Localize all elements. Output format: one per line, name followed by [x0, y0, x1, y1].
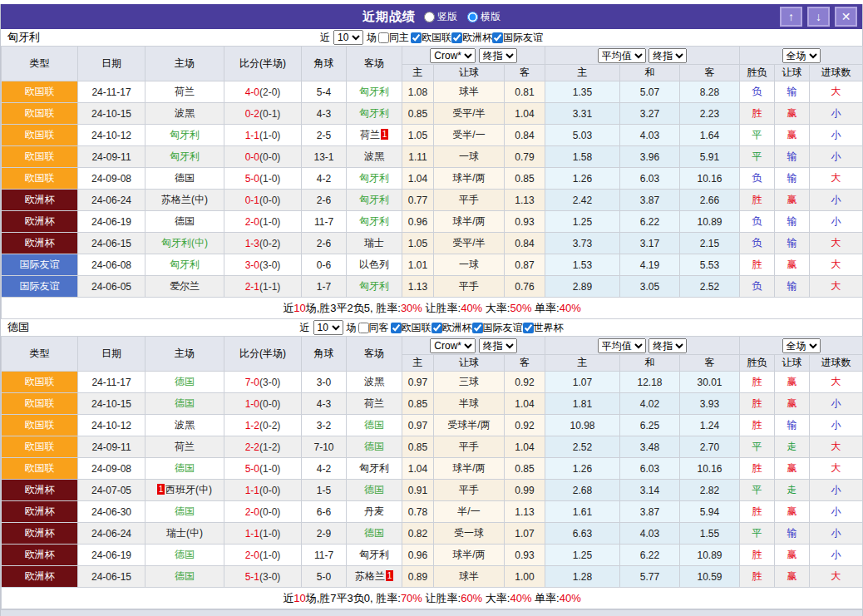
- goals-cell: 小: [810, 211, 863, 233]
- league-checkbox-label: 欧洲杯: [462, 31, 492, 45]
- handicap-result-cell: 输: [775, 211, 810, 233]
- result-cell: 胜: [740, 545, 775, 566]
- odds-stage-select[interactable]: 终指: [479, 48, 517, 63]
- league-checkbox[interactable]: 欧国联: [391, 321, 432, 335]
- move-up-button[interactable]: ↑: [780, 7, 802, 27]
- home-team-cell: 波黑: [145, 415, 224, 436]
- date-cell: 24-10-15: [78, 393, 145, 415]
- col-odds-handicap: 让球: [434, 355, 505, 372]
- league-checkbox-label: 世界杯: [534, 321, 564, 335]
- col-type: 类型: [2, 337, 78, 372]
- corner-cell: 13-1: [302, 146, 347, 168]
- table-row: 欧洲杯 24-07-05 1西班牙(中) 1-1(0-0) 1-5 德国 0.9…: [2, 480, 863, 501]
- handicap-cell: 平手: [434, 190, 505, 211]
- same-venue-checkbox[interactable]: 同主: [378, 31, 409, 45]
- scope-select-group: 全场: [740, 337, 863, 355]
- avg-stage-select[interactable]: 终指: [648, 338, 687, 353]
- league-checkbox-input[interactable]: [391, 323, 402, 333]
- scope-select[interactable]: 全场: [782, 338, 821, 353]
- bottom-strip: [1, 609, 862, 616]
- away-team-cell: 波黑: [347, 372, 402, 393]
- vertical-radio-input[interactable]: [424, 12, 435, 22]
- league-checkbox-input[interactable]: [432, 323, 442, 333]
- col-odds-away: 客: [505, 355, 545, 372]
- layout-horizontal-radio[interactable]: 横版: [467, 10, 501, 24]
- league-checkbox[interactable]: 国际友谊: [472, 321, 523, 335]
- handicap-result-cell: 走: [775, 436, 810, 458]
- avg-away-cell: 10.89: [680, 211, 740, 233]
- avg-away-cell: 3.93: [680, 393, 740, 415]
- match-type-cell: 欧国联: [2, 103, 78, 125]
- handicap-result-cell: 输: [775, 233, 810, 254]
- corner-cell: 4-3: [302, 103, 347, 125]
- corner-cell: 7-10: [302, 436, 347, 458]
- league-checkbox-input[interactable]: [523, 323, 534, 333]
- avg-home-cell: 3.31: [545, 103, 620, 125]
- matches-label: 场: [367, 31, 377, 45]
- handicap-cell: 受半/一: [434, 125, 505, 146]
- goals-cell: 小: [810, 146, 863, 168]
- league-checkbox-input[interactable]: [451, 32, 462, 43]
- odds-source-select[interactable]: Crow*: [430, 338, 476, 353]
- close-icon: ✕: [841, 8, 851, 25]
- handicap-result-cell: 走: [775, 480, 810, 501]
- result-cell: 胜: [740, 190, 775, 211]
- avg-stage-select[interactable]: 终指: [648, 48, 687, 63]
- league-checkbox[interactable]: 国际友谊: [492, 31, 543, 45]
- horizontal-radio-input[interactable]: [467, 12, 478, 22]
- league-checkbox-label: 欧洲杯: [442, 321, 472, 335]
- home-odds-cell: 1.01: [402, 254, 434, 276]
- same-venue-input[interactable]: [358, 323, 369, 333]
- table-row: 欧国联 24-10-15 德国 1-0(0-0) 4-3 荷兰 0.85 半球 …: [2, 393, 863, 415]
- handicap-result-cell: 赢: [775, 545, 810, 566]
- col-home: 主场: [145, 337, 224, 372]
- avg-away-cell: 5.53: [680, 254, 740, 276]
- home-team-cell: 瑞士(中): [145, 523, 224, 545]
- league-filters: 欧国联 欧洲杯 国际友谊 世界杯: [391, 321, 564, 335]
- avg-home-cell: 2.42: [545, 190, 620, 211]
- score-cell: 2-0(1-0): [224, 211, 302, 233]
- section-team: 匈牙利: [7, 30, 40, 45]
- league-checkbox-input[interactable]: [492, 32, 503, 43]
- close-button[interactable]: ✕: [835, 7, 857, 27]
- recent-label: 近: [320, 31, 330, 45]
- goals-cell: 大: [810, 276, 863, 298]
- odds-source-select[interactable]: Crow*: [430, 48, 476, 63]
- move-down-button[interactable]: ↓: [807, 7, 830, 27]
- avg-away-cell: 10.16: [680, 458, 740, 480]
- goals-cell: 大: [810, 233, 863, 254]
- same-venue-checkbox[interactable]: 同客: [358, 321, 389, 335]
- avg-home-cell: 1.53: [545, 254, 620, 276]
- league-checkbox-input[interactable]: [411, 32, 422, 43]
- handicap-result-cell: 赢: [775, 566, 810, 588]
- league-checkbox[interactable]: 欧国联: [411, 31, 451, 45]
- table-row: 国际友谊 24-06-05 爱尔兰 2-1(1-1) 1-7 匈牙利 1.13 …: [2, 276, 863, 298]
- odds-stage-select[interactable]: 终指: [479, 338, 517, 353]
- col-goals: 进球数: [810, 65, 863, 81]
- home-odds-cell: 1.04: [402, 168, 434, 190]
- col-odds-home: 主: [402, 65, 434, 81]
- league-checkbox[interactable]: 欧洲杯: [432, 321, 472, 335]
- away-team-cell: 以色列: [347, 254, 402, 276]
- same-venue-input[interactable]: [378, 32, 389, 43]
- corner-cell: 4-3: [302, 393, 347, 415]
- layout-vertical-radio[interactable]: 竖版: [424, 10, 457, 24]
- avg-source-select[interactable]: 平均值: [598, 48, 646, 63]
- league-checkbox[interactable]: 欧洲杯: [451, 31, 492, 45]
- corner-cell: 11-7: [302, 545, 347, 566]
- avg-draw-cell: 12.18: [620, 372, 680, 393]
- avg-home-cell: 1.81: [545, 393, 620, 415]
- league-checkbox-input[interactable]: [472, 323, 483, 333]
- table-row: 欧国联 24-11-17 德国 7-0(3-0) 3-0 波黑 0.97 三球 …: [2, 372, 863, 393]
- league-checkbox[interactable]: 世界杯: [523, 321, 564, 335]
- match-count-select[interactable]: 10: [333, 30, 363, 45]
- match-count-select[interactable]: 10: [313, 320, 343, 335]
- handicap-cell: 球半/两: [434, 545, 505, 566]
- home-odds-cell: 0.97: [402, 415, 434, 436]
- avg-source-select[interactable]: 平均值: [598, 338, 646, 353]
- goals-cell: 小: [810, 393, 863, 415]
- scope-select[interactable]: 全场: [782, 48, 821, 63]
- date-cell: 24-07-05: [78, 480, 145, 501]
- home-odds-cell: 0.85: [402, 103, 434, 125]
- league-checkbox-label: 国际友谊: [503, 31, 543, 45]
